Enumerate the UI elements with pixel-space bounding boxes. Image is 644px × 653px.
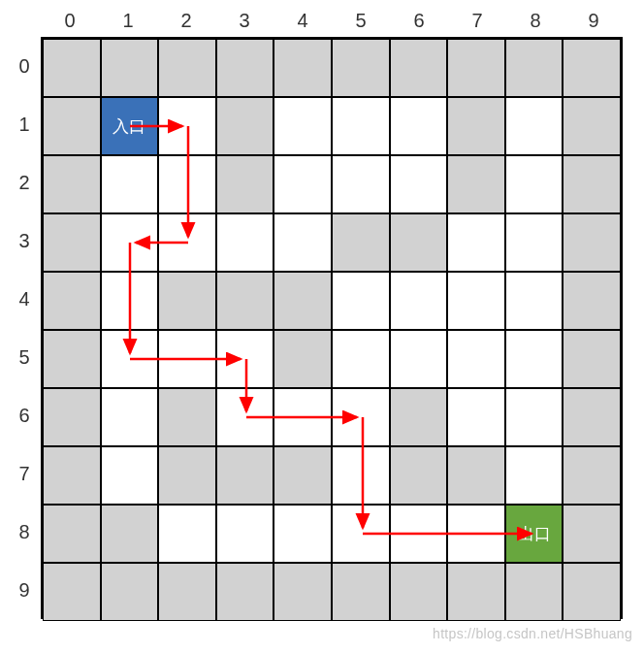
- grid-row: 入口: [43, 97, 621, 155]
- open-cell: [505, 446, 564, 505]
- open-cell: [101, 388, 159, 446]
- open-cell: [158, 97, 216, 155]
- wall-cell: [216, 272, 274, 330]
- wall-cell: [332, 39, 390, 97]
- open-cell: [390, 272, 448, 330]
- wall-cell: [274, 563, 332, 621]
- row-headers: 0123456789: [8, 37, 41, 619]
- row-header-8: 8: [8, 503, 41, 561]
- grid-row: [43, 272, 621, 330]
- grid-row: [43, 39, 621, 97]
- wall-cell: [563, 272, 621, 330]
- wall-cell: [43, 272, 101, 330]
- wall-cell: [158, 563, 216, 621]
- row-header-5: 5: [8, 328, 41, 386]
- wall-cell: [43, 213, 101, 272]
- wall-cell: [563, 330, 621, 388]
- wall-cell: [158, 39, 216, 97]
- wall-cell: [447, 563, 505, 621]
- col-header-2: 2: [157, 4, 215, 37]
- open-cell: [101, 272, 159, 330]
- open-cell: [101, 155, 159, 213]
- wall-cell: [563, 388, 621, 446]
- col-header-7: 7: [448, 4, 506, 37]
- wall-cell: [101, 39, 159, 97]
- open-cell: [332, 272, 390, 330]
- start-cell: 入口: [101, 97, 159, 155]
- open-cell: [332, 330, 390, 388]
- wall-cell: [390, 563, 448, 621]
- wall-cell: [563, 39, 621, 97]
- wall-cell: [43, 330, 101, 388]
- wall-cell: [216, 563, 274, 621]
- open-cell: [216, 505, 274, 563]
- wall-cell: [101, 563, 159, 621]
- wall-cell: [563, 155, 621, 213]
- open-cell: [332, 446, 390, 505]
- wall-cell: [447, 97, 505, 155]
- wall-cell: [43, 563, 101, 621]
- wall-cell: [447, 155, 505, 213]
- wall-cell: [563, 505, 621, 563]
- open-cell: [505, 330, 564, 388]
- wall-cell: [274, 39, 332, 97]
- wall-cell: [43, 388, 101, 446]
- row-header-6: 6: [8, 386, 41, 444]
- open-cell: [447, 330, 505, 388]
- open-cell: [332, 155, 390, 213]
- wall-cell: [158, 272, 216, 330]
- wall-cell: [332, 563, 390, 621]
- wall-cell: [43, 505, 101, 563]
- wall-cell: [274, 330, 332, 388]
- grid-row: [43, 563, 621, 621]
- open-cell: [158, 330, 216, 388]
- open-cell: [216, 330, 274, 388]
- wall-cell: [158, 388, 216, 446]
- grid-row: [43, 213, 621, 272]
- open-cell: [505, 97, 564, 155]
- open-cell: [332, 505, 390, 563]
- end-cell: 出口: [505, 505, 564, 563]
- open-cell: [447, 213, 505, 272]
- wall-cell: [43, 155, 101, 213]
- open-cell: [216, 388, 274, 446]
- wall-cell: [101, 505, 159, 563]
- open-cell: [158, 505, 216, 563]
- open-cell: [101, 213, 159, 272]
- open-cell: [332, 388, 390, 446]
- col-header-8: 8: [506, 4, 564, 37]
- wall-cell: [216, 39, 274, 97]
- open-cell: [158, 155, 216, 213]
- wall-cell: [563, 213, 621, 272]
- col-header-0: 0: [41, 4, 99, 37]
- maze-container: 0123456789 0123456789 入口出口: [8, 4, 623, 619]
- open-cell: [101, 330, 159, 388]
- wall-cell: [390, 388, 448, 446]
- wall-cell: [563, 97, 621, 155]
- watermark: https://blog.csdn.net/HSBhuang: [433, 626, 632, 641]
- wall-cell: [274, 272, 332, 330]
- open-cell: [332, 97, 390, 155]
- wall-cell: [563, 563, 621, 621]
- wall-cell: [274, 446, 332, 505]
- wall-cell: [390, 213, 448, 272]
- open-cell: [274, 155, 332, 213]
- col-header-1: 1: [99, 4, 157, 37]
- col-header-4: 4: [274, 4, 332, 37]
- open-cell: [274, 505, 332, 563]
- row-header-7: 7: [8, 444, 41, 503]
- row-header-0: 0: [8, 37, 41, 95]
- open-cell: [274, 388, 332, 446]
- wall-cell: [43, 446, 101, 505]
- wall-cell: [505, 39, 564, 97]
- open-cell: [390, 330, 448, 388]
- wall-cell: [216, 155, 274, 213]
- wall-cell: [447, 446, 505, 505]
- open-cell: [447, 505, 505, 563]
- open-cell: [158, 213, 216, 272]
- open-cell: [505, 272, 564, 330]
- grid-row: 出口: [43, 505, 621, 563]
- row-header-4: 4: [8, 270, 41, 328]
- col-header-5: 5: [332, 4, 390, 37]
- open-cell: [390, 155, 448, 213]
